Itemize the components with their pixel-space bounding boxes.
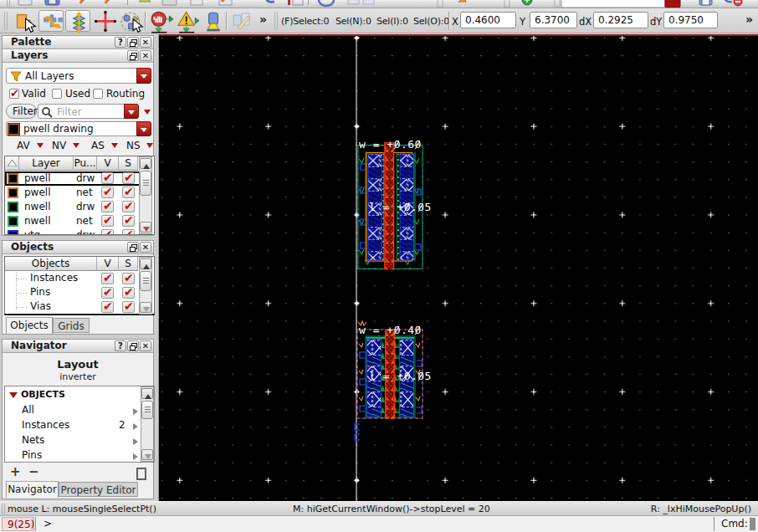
av-dropdown[interactable] (37, 143, 44, 151)
layer-row-pwell-net[interactable]: pwell net (5, 186, 141, 200)
purpose-column-header[interactable]: Pu... (74, 156, 97, 171)
tab-grids[interactable]: Grids (53, 318, 90, 333)
tab-property-editor[interactable]: Property Editor (59, 482, 138, 497)
toolbar-overflow-chevron[interactable]: » (259, 13, 266, 26)
selectable-column-header[interactable]: S (119, 156, 138, 171)
navigator-item-all[interactable]: All (5, 404, 154, 418)
select-tool-button[interactable] (12, 10, 37, 32)
as-toggle[interactable]: AS (91, 140, 105, 151)
warn-level-button[interactable] (176, 10, 201, 32)
toolbar-grip[interactable] (4, 12, 9, 30)
selectable-checkbox[interactable] (122, 187, 135, 198)
visible-checkbox[interactable] (101, 287, 114, 299)
layer-dropdown-button[interactable] (136, 121, 151, 136)
scroll-up-button[interactable] (140, 158, 151, 169)
layers-title-bar[interactable]: Layers ✕ (3, 49, 153, 63)
crosshair-tool-button[interactable] (92, 10, 117, 32)
panel-toggle-icon[interactable] (136, 468, 147, 480)
filter-dropdown-button[interactable] (124, 104, 139, 119)
objects-group-row[interactable]: OBJECTS (5, 389, 154, 403)
x-coordinate-field[interactable]: 0.4600 (460, 12, 516, 28)
text-caret[interactable] (750, 518, 755, 530)
visible-checkbox[interactable] (101, 215, 114, 227)
visible-column-header[interactable]: V (97, 257, 119, 271)
selectable-checkbox[interactable] (122, 215, 135, 227)
layout-canvas[interactable]: w = +0.60 l = +0.05 (159, 34, 758, 501)
layer-filter-searchbox[interactable]: Filter (38, 104, 139, 119)
help-button[interactable]: ? (115, 340, 126, 351)
valid-checkbox[interactable] (9, 89, 19, 99)
filter-options-dropdown[interactable] (144, 110, 151, 118)
visible-checkbox[interactable] (101, 201, 114, 212)
layer-column-header[interactable]: Layer (19, 156, 74, 171)
objects-column-header[interactable]: Objects (5, 257, 97, 271)
float-button[interactable] (127, 50, 139, 61)
navigator-item-pins[interactable]: Pins (5, 449, 154, 463)
collapse-triangle-icon[interactable] (9, 392, 18, 402)
close-button[interactable]: ✕ (140, 340, 151, 351)
remove-button[interactable]: − (28, 464, 39, 479)
nv-toggle[interactable]: NV (52, 140, 66, 151)
scrollbar-thumb[interactable] (140, 271, 151, 291)
navigator-scrollbar[interactable] (141, 386, 154, 462)
y-coordinate-field[interactable]: 6.3700 (530, 12, 577, 28)
objects-row-vias[interactable]: Vias (5, 300, 139, 315)
help-button[interactable]: ? (115, 37, 126, 48)
objects-row-pins[interactable]: Pins (5, 286, 139, 300)
navigator-item-nets[interactable]: Nets (5, 434, 154, 448)
objects-row-instances[interactable]: Instances (5, 272, 139, 286)
visible-checkbox[interactable] (101, 172, 114, 184)
scrollbar-thumb[interactable] (140, 171, 151, 196)
scroll-up-button[interactable] (141, 388, 153, 399)
selectable-column-header[interactable]: S (119, 257, 138, 271)
close-button[interactable]: ✕ (140, 242, 151, 253)
wire-tool-button[interactable] (38, 10, 64, 32)
tab-navigator[interactable]: Navigator (6, 481, 59, 498)
scrollbar-thumb[interactable] (141, 401, 153, 419)
visible-column-header[interactable]: V (97, 156, 119, 171)
visible-checkbox[interactable] (101, 229, 114, 235)
scroll-down-button[interactable] (140, 302, 151, 313)
layers-tool-button[interactable] (65, 10, 90, 32)
nv-dropdown[interactable] (73, 143, 79, 151)
selectable-checkbox[interactable] (122, 229, 135, 235)
lamp-button[interactable] (201, 10, 223, 32)
float-button[interactable] (127, 242, 139, 253)
dy-coordinate-field[interactable]: 0.9750 (663, 12, 718, 28)
layer-row-nwell-net[interactable]: nwell net (5, 214, 141, 228)
layers-table-scrollbar[interactable] (139, 156, 152, 234)
close-button[interactable]: ✕ (140, 37, 151, 48)
used-checkbox[interactable] (52, 89, 62, 99)
scroll-down-button[interactable] (140, 222, 151, 233)
as-dropdown[interactable] (111, 143, 118, 151)
layer-row-nwell-drw[interactable]: nwell drw (5, 200, 141, 214)
float-button[interactable] (127, 340, 139, 351)
selectable-checkbox[interactable] (122, 287, 135, 299)
close-button[interactable]: ✕ (140, 50, 151, 61)
visible-checkbox[interactable] (101, 273, 114, 284)
dx-coordinate-field[interactable]: 0.2925 (593, 12, 648, 28)
layer-row-pwell-drw[interactable]: pwell drw (5, 171, 141, 186)
scroll-down-button[interactable] (141, 449, 153, 460)
selectable-checkbox[interactable] (122, 201, 135, 212)
av-toggle[interactable]: AV (17, 140, 30, 151)
palette-title-bar[interactable]: Palette ? ✕ (3, 36, 153, 49)
visible-checkbox[interactable] (101, 187, 114, 198)
sort-column-header[interactable] (5, 156, 19, 171)
navigator-title-bar[interactable]: Navigator ? ✕ (3, 340, 153, 353)
ns-dropdown[interactable] (146, 143, 153, 151)
filter-button[interactable]: Filter (6, 104, 37, 119)
selectable-checkbox[interactable] (122, 172, 135, 184)
visible-checkbox[interactable] (101, 301, 114, 313)
layer-filter-combo[interactable]: All Layers (6, 68, 151, 84)
toolbar-overflow-chevron-right[interactable]: » (745, 13, 752, 26)
objects-scrollbar[interactable] (139, 257, 152, 315)
toolbar-grip[interactable] (274, 12, 279, 30)
selectable-checkbox[interactable] (122, 301, 135, 313)
layer-row-vtg-drw[interactable]: vtg drw (5, 228, 141, 235)
active-layer-combo[interactable]: pwell drawing (6, 121, 151, 136)
shape-select-tool-button[interactable] (118, 10, 143, 32)
tab-objects[interactable]: Objects (6, 317, 53, 334)
ns-toggle[interactable]: NS (126, 140, 141, 151)
scroll-up-button[interactable] (140, 258, 151, 269)
